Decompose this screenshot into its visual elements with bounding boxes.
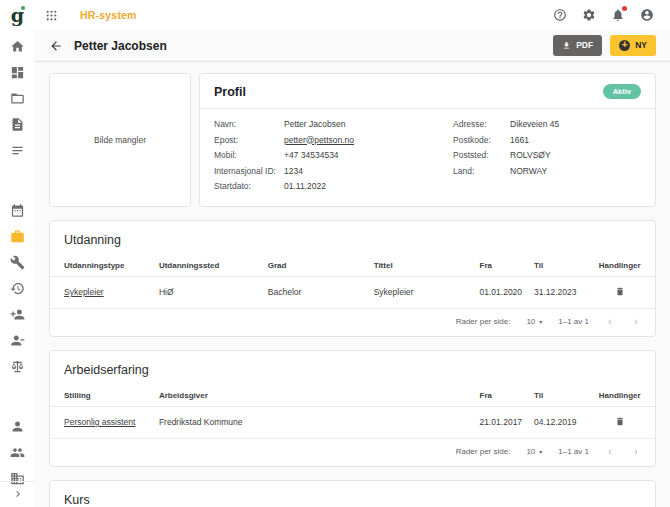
sidebar-item-balance[interactable] <box>10 358 26 374</box>
field-mobil: Mobil: +47 34534534 <box>214 148 453 164</box>
document-icon <box>10 117 25 132</box>
home-icon <box>10 39 25 54</box>
prev-page-button[interactable] <box>605 317 615 327</box>
rows-per-page-select[interactable]: 10▾ <box>526 317 542 326</box>
sidebar-item-list[interactable] <box>10 142 26 158</box>
work-table-row: Personlig assistent Fredrikstad Kommune … <box>50 406 655 438</box>
work-experience-section: Arbeidserfaring Stilling Arbeidsgiver Fr… <box>49 350 656 467</box>
notifications-bell-icon[interactable] <box>611 8 625 22</box>
field-poststed: Poststed: ROLVSØY <box>453 148 641 164</box>
pdf-button-label: PDF <box>576 41 593 50</box>
col-header: Til <box>534 256 588 277</box>
back-arrow-icon[interactable] <box>49 39 63 53</box>
trash-icon <box>615 286 625 297</box>
education-section: Utdanning Utdanningstype Utdanningssted … <box>49 220 656 337</box>
chevron-left-icon <box>605 447 615 457</box>
field-navn: Navn: Petter Jacobsen <box>214 117 453 133</box>
settings-gear-icon[interactable] <box>582 8 596 22</box>
pagination-range: 1–1 av 1 <box>558 447 589 456</box>
profile-section: Bilde mangler Profil Aktiv Navn: Petter … <box>49 73 656 207</box>
photo-placeholder: Bilde mangler <box>49 73 191 207</box>
col-header: Fra <box>480 256 534 277</box>
chevron-right-icon <box>631 317 641 327</box>
sidebar-nav <box>0 30 35 507</box>
rows-per-page-label: Rader per side: <box>456 317 511 326</box>
sidebar-item-folder[interactable] <box>10 90 26 106</box>
dashboard-icon <box>10 65 25 80</box>
education-row-link[interactable]: Sykepleier <box>64 287 104 297</box>
prev-page-button[interactable] <box>605 447 615 457</box>
education-title: Utdanning <box>50 221 655 256</box>
help-icon[interactable] <box>553 8 567 22</box>
sidebar-expand-button[interactable] <box>0 481 35 507</box>
work-experience-title: Arbeidserfaring <box>50 351 655 386</box>
caret-down-icon: ▾ <box>539 318 542 325</box>
work-pagination: Rader per side: 10▾ 1–1 av 1 <box>50 439 655 466</box>
trash-icon <box>615 416 625 427</box>
new-button-label: NY <box>635 41 647 50</box>
sidebar-item-calendar[interactable] <box>10 202 26 218</box>
plus-icon: + <box>619 40 630 51</box>
main-content: Petter Jacobsen PDF + NY Bilde mangler P… <box>35 30 670 507</box>
logo-dot <box>21 6 25 10</box>
col-header: Grad <box>268 256 374 277</box>
list-icon <box>10 143 25 158</box>
next-page-button[interactable] <box>631 447 641 457</box>
education-table-row: Sykepleier HiØ Bachelor Sykepleier 01.01… <box>50 276 655 308</box>
col-header: Utdanningstype <box>50 256 159 277</box>
courses-section: Kurs Kurstype Kursholder Sertifisert Fra… <box>49 480 656 507</box>
field-land: Land: NORWAY <box>453 164 641 180</box>
col-header: Stilling <box>50 386 159 407</box>
photo-placeholder-text: Bilde mangler <box>94 135 146 145</box>
account-icon[interactable] <box>640 8 654 22</box>
person-icon <box>10 419 25 434</box>
field-epost: Epost: petter@pettson.no <box>214 133 453 149</box>
apps-grid-icon[interactable] <box>45 9 58 22</box>
balance-scale-icon <box>10 359 25 374</box>
chevron-left-icon <box>605 317 615 327</box>
pdf-button[interactable]: PDF <box>553 35 602 56</box>
page-title: Petter Jacobsen <box>74 39 167 53</box>
sidebar-item-person-remove[interactable] <box>10 332 26 348</box>
app-logo: g <box>0 2 35 28</box>
calendar-icon <box>10 203 25 218</box>
rows-per-page-select[interactable]: 10▾ <box>526 447 542 456</box>
group-icon <box>10 445 25 460</box>
field-postkode: Postkode: 1661 <box>453 133 641 149</box>
delete-work-button[interactable] <box>615 415 625 430</box>
app-title: HR-system <box>80 9 137 21</box>
courses-title: Kurs <box>50 481 655 507</box>
profile-card: Profil Aktiv Navn: Petter Jacobsen Epost… <box>199 73 656 207</box>
rows-per-page-label: Rader per side: <box>456 447 511 456</box>
col-header: Utdanningssted <box>159 256 268 277</box>
chevron-right-icon <box>12 488 24 500</box>
sidebar-item-documents[interactable] <box>10 116 26 132</box>
sidebar-item-person[interactable] <box>10 418 26 434</box>
folder-icon <box>10 91 25 106</box>
person-remove-icon <box>10 333 25 348</box>
col-header-actions: Handlinger <box>588 256 655 277</box>
delete-education-button[interactable] <box>615 285 625 300</box>
sidebar-item-person-add[interactable] <box>10 306 26 322</box>
caret-down-icon: ▾ <box>539 448 542 455</box>
col-header: Til <box>534 386 588 407</box>
briefcase-icon <box>10 229 25 244</box>
col-header: Tittel <box>374 256 480 277</box>
next-page-button[interactable] <box>631 317 641 327</box>
email-link[interactable]: petter@pettson.no <box>284 133 354 149</box>
sidebar-item-employment[interactable] <box>10 228 26 244</box>
sidebar-item-tools[interactable] <box>10 254 26 270</box>
sidebar-item-group[interactable] <box>10 444 26 460</box>
page-header: Petter Jacobsen PDF + NY <box>35 30 670 62</box>
sidebar-item-dashboard[interactable] <box>10 64 26 80</box>
col-header-actions: Handlinger <box>588 386 655 407</box>
sidebar-item-home[interactable] <box>10 38 26 54</box>
work-row-link[interactable]: Personlig assistent <box>64 417 135 427</box>
sidebar-item-history[interactable] <box>10 280 26 296</box>
col-header: Arbeidsgiver <box>159 386 480 407</box>
status-badge: Aktiv <box>603 84 641 99</box>
top-bar: g HR-system <box>0 0 670 30</box>
new-button[interactable]: + NY <box>610 35 656 56</box>
field-adresse: Adresse: Dikeveien 45 <box>453 117 641 133</box>
field-startdato: Startdato: 01.11.2022 <box>214 179 453 195</box>
